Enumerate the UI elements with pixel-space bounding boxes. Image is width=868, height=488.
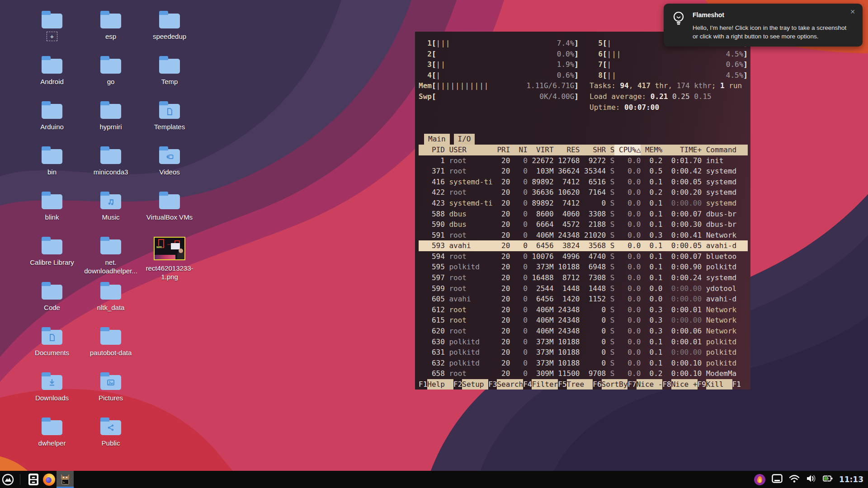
col-pid: 594: [419, 251, 445, 262]
htop-meter-area: 1[|||7.4%]5[|0.6%]2[0.0%]6[|||4.5%]3[||1…: [419, 38, 748, 113]
process-row[interactable]: 597root2001648887127308S0.00.10:00.24sys…: [419, 272, 748, 283]
header-col-time[interactable]: TIME+: [662, 145, 702, 155]
process-row[interactable]: 595polkitd200373M101886948S0.00.10:00.90…: [419, 262, 748, 272]
desktop-icon-code[interactable]: Code: [23, 281, 81, 312]
fkey-10-clipped[interactable]: F1: [732, 379, 741, 389]
desktop-icon-public[interactable]: Public: [82, 417, 140, 447]
process-row[interactable]: 599root200254414481448S0.00.00:00.00ydot…: [419, 283, 748, 294]
process-row[interactable]: 422root20036636106207164S0.00.20:00.20sy…: [419, 187, 748, 198]
col-pri: 20: [493, 230, 510, 241]
process-row[interactable]: 1root20022672127689272S0.00.20:01.70init: [419, 155, 748, 166]
col-virt: 16488: [528, 272, 554, 283]
desktop-icon-rect462013233-1-png[interactable]: →NIRIrect462013233- 1.png: [141, 236, 198, 281]
process-row[interactable]: 593avahi200645638243568S0.00.10:00.05ava…: [419, 240, 748, 251]
fkey-6-sortby[interactable]: F6SortBy: [593, 379, 627, 389]
header-col-ni[interactable]: NI: [510, 145, 528, 155]
fkey-4-filter[interactable]: F4Filter: [523, 379, 558, 389]
header-col-res[interactable]: RES: [554, 145, 580, 155]
desktop-icon-android[interactable]: Android: [23, 55, 81, 86]
header-col-pid[interactable]: PID: [419, 145, 445, 155]
desktop-icon-temp[interactable]: Temp: [141, 55, 198, 86]
desktop-icon-plus[interactable]: +: [23, 10, 81, 41]
desktop-icon-calibre-library[interactable]: Calibre Library: [23, 236, 81, 267]
tab-main[interactable]: Main: [424, 134, 450, 145]
process-row[interactable]: 620root200406M243480S0.00.30:00.06Networ…: [419, 326, 748, 337]
flameshot-notification[interactable]: Flameshot Hello, I'm here! Click icon in…: [664, 4, 863, 47]
process-table-header[interactable]: PIDUSERPRINIVIRTRESSHRSCPU%△MEM%TIME+Com…: [419, 145, 748, 155]
htop-terminal-window[interactable]: 1[|||7.4%]5[|0.6%]2[0.0%]6[|||4.5%]3[||1…: [415, 32, 750, 389]
fkey-9-kill[interactable]: F9Kill: [698, 379, 732, 389]
desktop-icon-net-downloadhelper[interactable]: net. downloadhelper...: [82, 236, 140, 275]
desktop-icon-go[interactable]: go: [82, 55, 140, 86]
meter-bracket-open: [: [432, 70, 436, 81]
col-pid: 422: [419, 187, 445, 198]
desktop-icon-miniconda3[interactable]: miniconda3: [82, 145, 140, 176]
process-row[interactable]: 630polkitd200373M101880S0.00.10:00.01pol…: [419, 337, 748, 347]
process-row[interactable]: 588dbus200860040603308S0.00.10:00.07dbus…: [419, 209, 748, 220]
desktop-icon-documents[interactable]: Documents: [23, 326, 81, 357]
fkey-label: SortBy: [602, 379, 628, 389]
process-row[interactable]: 590dbus200666445722188S0.00.10:00.30dbus…: [419, 219, 748, 230]
col-state: S: [606, 283, 614, 294]
fkey-5-tree[interactable]: F5Tree: [558, 379, 593, 389]
battery-charging-icon[interactable]: [823, 475, 833, 484]
kitty-terminal-icon[interactable]: >_: [57, 471, 74, 488]
meter-value: 1.9%: [557, 59, 575, 70]
desktop-icon-music[interactable]: Music: [82, 191, 140, 221]
desktop-icon-arduino[interactable]: Arduino: [23, 100, 81, 131]
desktop-icon-pautobot-data[interactable]: pautobot-data: [82, 326, 140, 357]
wifi-icon[interactable]: [789, 474, 800, 485]
col-shr: 0: [580, 358, 606, 369]
process-row[interactable]: 605avahi200645614201152S0.00.00:00.00ava…: [419, 294, 748, 305]
desktop-icon-bin[interactable]: bin: [23, 145, 81, 176]
process-row[interactable]: 658root200309M115009708S0.00.20:00.10Mod…: [419, 368, 748, 379]
desktop-icon-videos[interactable]: Videos: [141, 145, 198, 176]
header-col-user[interactable]: USER: [449, 145, 492, 155]
process-row[interactable]: 423systemd-ti2008989274120S0.00.10:00.00…: [419, 198, 748, 209]
fkey-8-nice+[interactable]: F8Nice +: [662, 379, 697, 389]
desktop-icon-dwhelper[interactable]: dwhelper: [23, 417, 81, 447]
header-col-shr[interactable]: SHR: [580, 145, 606, 155]
firefox-icon[interactable]: [41, 471, 57, 488]
process-row[interactable]: 612root200406M243480S0.00.30:00.01Networ…: [419, 305, 748, 315]
col-virt: 406M: [528, 305, 554, 315]
desktop-icon-pictures[interactable]: Pictures: [82, 371, 140, 402]
meter-value: 0.6%: [726, 59, 744, 70]
flameshot-tray-icon[interactable]: [754, 474, 765, 485]
desktop-icon-downloads[interactable]: Downloads: [23, 371, 81, 402]
process-row[interactable]: 591root200406M2434821020S0.00.30:00.41Ne…: [419, 230, 748, 241]
process-row[interactable]: 371root200103M3662435344S0.00.50:00.42sy…: [419, 166, 748, 177]
header-col-cmd[interactable]: Command: [706, 145, 748, 155]
desktop-icon-speededup[interactable]: speededup: [141, 10, 198, 41]
process-row[interactable]: 416systemd-ti2008989274126516S0.00.10:00…: [419, 177, 748, 188]
desktop-icon-nltk-data[interactable]: nltk_data: [82, 281, 140, 312]
volume-icon[interactable]: [806, 474, 816, 485]
header-col-virt[interactable]: VIRT: [528, 145, 554, 155]
tab-io[interactable]: I/O: [454, 134, 475, 145]
process-row[interactable]: 631polkitd200373M101880S0.00.10:00.00pol…: [419, 347, 748, 358]
desktop-icon-templates[interactable]: Templates: [141, 100, 198, 131]
header-col-cpu[interactable]: CPU%△: [614, 145, 641, 155]
header-col-s[interactable]: S: [606, 145, 614, 155]
process-row[interactable]: 594root2001007649964740S0.00.10:00.07blu…: [419, 251, 748, 262]
desktop-icon-esp[interactable]: esp: [82, 10, 140, 41]
app-launcher-icon[interactable]: [0, 471, 15, 488]
fkey-1-help[interactable]: F1Help: [419, 379, 453, 389]
close-icon[interactable]: ✕: [850, 8, 855, 15]
display-icon[interactable]: [772, 474, 783, 485]
fkey-7-nice-[interactable]: F7Nice -: [627, 379, 662, 389]
col-pid: 630: [419, 337, 445, 347]
meter-row-left: 3[||1.9%]: [419, 59, 579, 70]
desktop-icon-virtualbox-vms[interactable]: VirtualBox VMs: [141, 191, 198, 221]
header-col-mem[interactable]: MEM%: [641, 145, 662, 155]
file-manager-icon[interactable]: [26, 471, 41, 488]
process-row[interactable]: 615root200406M243480S0.00.30:00.00Networ…: [419, 315, 748, 326]
header-col-pri[interactable]: PRI: [493, 145, 510, 155]
fkey-3-search[interactable]: F3Search: [488, 379, 523, 389]
process-row[interactable]: 632polkitd200373M101880S0.00.10:00.10pol…: [419, 358, 748, 369]
meter-bars: ||: [607, 70, 617, 81]
fkey-2-setup[interactable]: F2Setup: [453, 379, 488, 389]
desktop-icon-hyprniri[interactable]: hyprniri: [82, 100, 140, 131]
meter-row: 3[||1.9%]7[|0.6%]: [419, 59, 748, 70]
desktop-icon-blink[interactable]: blink: [23, 191, 81, 221]
